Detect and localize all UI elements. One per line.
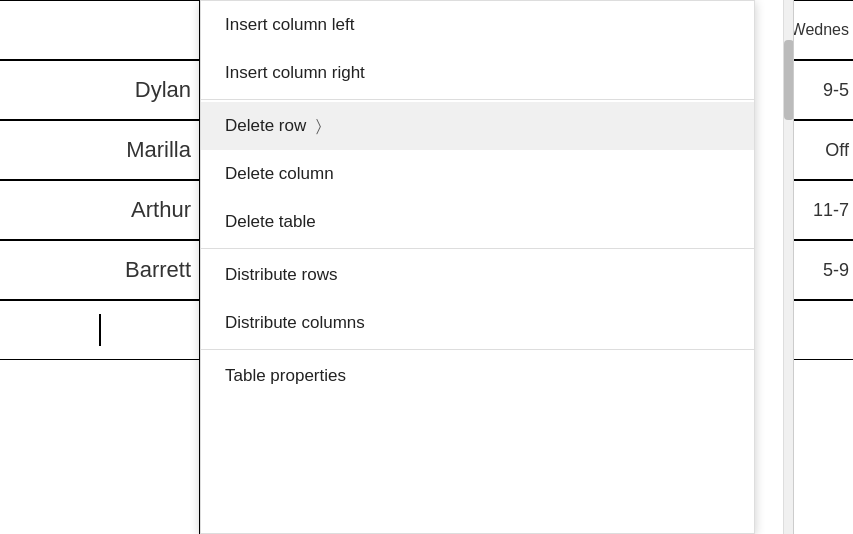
table-row: Marilla bbox=[0, 120, 199, 180]
table-row bbox=[0, 0, 199, 60]
right-cell: 5-9 bbox=[794, 240, 853, 300]
menu-item-label: Delete table bbox=[225, 212, 316, 232]
table-left: Dylan Marilla Arthur Barrett bbox=[0, 0, 200, 534]
menu-divider bbox=[201, 248, 754, 249]
cell-value: 5-9 bbox=[823, 260, 849, 281]
cell-value: 11-7 bbox=[813, 200, 849, 221]
menu-item-table-properties[interactable]: Table properties bbox=[201, 352, 754, 400]
right-cell bbox=[794, 300, 853, 360]
menu-divider bbox=[201, 349, 754, 350]
right-cell: Off bbox=[794, 120, 853, 180]
table-row: Barrett bbox=[0, 240, 199, 300]
cursor-icon: 〉 bbox=[316, 117, 321, 135]
menu-item-label: Insert column right bbox=[225, 63, 365, 83]
cell-value: 9-5 bbox=[823, 80, 849, 101]
cell-name: Arthur bbox=[131, 197, 191, 223]
col-header-label: Wednes bbox=[794, 21, 849, 39]
menu-item-delete-table[interactable]: Delete table bbox=[201, 198, 754, 246]
right-cell: 9-5 bbox=[794, 60, 853, 120]
menu-item-distribute-columns[interactable]: Distribute columns bbox=[201, 299, 754, 347]
cell-value: Off bbox=[825, 140, 849, 161]
right-col-header: Wednes bbox=[794, 0, 853, 60]
menu-item-delete-row[interactable]: Delete row 〉 bbox=[201, 102, 754, 150]
menu-item-label: Distribute rows bbox=[225, 265, 337, 285]
table-row-cursor bbox=[0, 300, 199, 360]
menu-item-delete-column[interactable]: Delete column bbox=[201, 150, 754, 198]
menu-item-insert-col-left[interactable]: Insert column left bbox=[201, 1, 754, 49]
cell-name: Barrett bbox=[125, 257, 191, 283]
text-cursor bbox=[99, 314, 101, 346]
menu-item-label: Delete row bbox=[225, 116, 306, 136]
menu-divider bbox=[201, 99, 754, 100]
menu-item-label: Distribute columns bbox=[225, 313, 365, 333]
cell-name: Marilla bbox=[126, 137, 191, 163]
table-right-col: Wednes 9-5 Off 11-7 5-9 bbox=[793, 0, 853, 534]
menu-item-distribute-rows[interactable]: Distribute rows bbox=[201, 251, 754, 299]
menu-item-label: Table properties bbox=[225, 366, 346, 386]
table-row: Dylan bbox=[0, 60, 199, 120]
menu-item-insert-col-right[interactable]: Insert column right bbox=[201, 49, 754, 97]
menu-item-label: Delete column bbox=[225, 164, 334, 184]
right-cell: 11-7 bbox=[794, 180, 853, 240]
scrollbar-track bbox=[783, 0, 793, 534]
cell-name: Dylan bbox=[135, 77, 191, 103]
menu-item-label: Insert column left bbox=[225, 15, 354, 35]
context-menu: Insert column left Insert column right D… bbox=[200, 0, 755, 534]
table-row: Arthur bbox=[0, 180, 199, 240]
